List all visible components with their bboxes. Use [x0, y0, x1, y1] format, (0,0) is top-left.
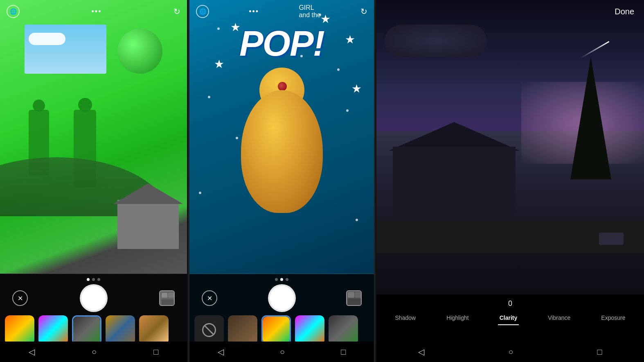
penguin-body [241, 90, 323, 213]
svg-rect-2 [168, 293, 174, 298]
dot-2-1 [275, 278, 278, 281]
svg-rect-1 [162, 293, 167, 298]
back-nav-1[interactable]: ◁ [29, 347, 35, 357]
page-dots-1 [87, 278, 100, 281]
capture-button-2[interactable] [268, 284, 296, 312]
green-ball [117, 29, 162, 74]
back-nav-3[interactable]: ◁ [418, 347, 424, 357]
more-options-1[interactable]: ••• [92, 7, 102, 16]
sky-patch [25, 25, 106, 74]
cloud-dark [385, 25, 487, 57]
svg-rect-7 [348, 299, 362, 306]
top-bar-2: 🌐 ••• GIRLand the ↻ [189, 0, 374, 23]
cloud [29, 33, 65, 45]
value-display: 0 [508, 299, 512, 308]
edit-top-bar: Done [376, 0, 644, 23]
star-4: ★ [214, 57, 224, 71]
phone-panel-1: 🌐 ••• ↻ ✕ Pop Art Spectrum [0, 0, 187, 362]
refresh-icon-2[interactable]: ↻ [360, 7, 367, 16]
recents-nav-1[interactable]: □ [153, 347, 158, 357]
dot-2 [92, 278, 95, 281]
globe-icon-1[interactable]: 🌐 [7, 5, 20, 18]
pop-text: POP! [239, 23, 324, 64]
more-options-2[interactable]: ••• [249, 7, 259, 16]
gallery-button-1[interactable] [159, 290, 175, 306]
star-5: ★ [351, 82, 362, 95]
recents-nav-3[interactable]: □ [597, 347, 602, 357]
cancel-button-1[interactable]: ✕ [12, 290, 28, 306]
camera-view-3 [376, 0, 644, 294]
vibrance-option[interactable]: Vibrance [546, 311, 572, 325]
cancel-button-2[interactable]: ✕ [202, 290, 217, 306]
refresh-icon-1[interactable]: ↻ [173, 7, 180, 16]
svg-rect-3 [162, 299, 174, 305]
dot-2-2 [280, 278, 283, 281]
phone-panel-3: Done 0 Shadow Highlight Clarity Vibrance… [376, 0, 644, 362]
edit-options: Shadow Highlight Clarity Vibrance Exposu… [376, 311, 644, 325]
nav-bar-3: ◁ ○ □ [376, 342, 644, 362]
nav-bar-1: ◁ ○ □ [0, 342, 187, 362]
phone-panel-2: POP! ★ ★ ★ ★ ★ 🌐 ••• GIRLand the ↻ ✕ [188, 0, 375, 362]
recents-nav-2[interactable]: □ [341, 347, 346, 357]
home-nav-2[interactable]: ○ [280, 347, 285, 357]
dot-1 [87, 278, 90, 281]
globe-icon-2[interactable]: 🌐 [196, 5, 209, 18]
capture-row-2: ✕ [189, 284, 374, 312]
capture-button-1[interactable] [80, 284, 108, 312]
penguin-eye [278, 82, 287, 91]
clarity-option[interactable]: Clarity [498, 311, 519, 325]
highlight-option[interactable]: Highlight [445, 311, 470, 325]
camera-view-2: POP! ★ ★ ★ ★ ★ [189, 0, 374, 274]
shadow-option[interactable]: Shadow [394, 311, 418, 325]
exposure-option[interactable]: Exposure [599, 311, 627, 325]
home-nav-3[interactable]: ○ [508, 347, 513, 357]
top-bar-1: 🌐 ••• ↻ [0, 0, 187, 23]
page-dots-2 [275, 278, 288, 281]
dot-3 [97, 278, 100, 281]
dot-2-3 [286, 278, 288, 281]
gallery-button-2[interactable] [346, 290, 362, 306]
done-button[interactable]: Done [615, 7, 634, 16]
star-3: ★ [345, 33, 355, 46]
capture-row-1: ✕ [0, 284, 187, 312]
nav-bar-2: ◁ ○ □ [189, 342, 374, 362]
svg-rect-6 [355, 292, 362, 298]
home-nav-1[interactable]: ○ [92, 347, 97, 357]
girl-text: GIRLand the [299, 4, 320, 19]
house [117, 200, 179, 249]
camera-view-1 [0, 0, 187, 274]
house-roof [113, 183, 183, 204]
house-dark [393, 147, 516, 229]
back-nav-2[interactable]: ◁ [218, 347, 224, 357]
svg-rect-5 [348, 292, 354, 298]
car [599, 233, 624, 245]
